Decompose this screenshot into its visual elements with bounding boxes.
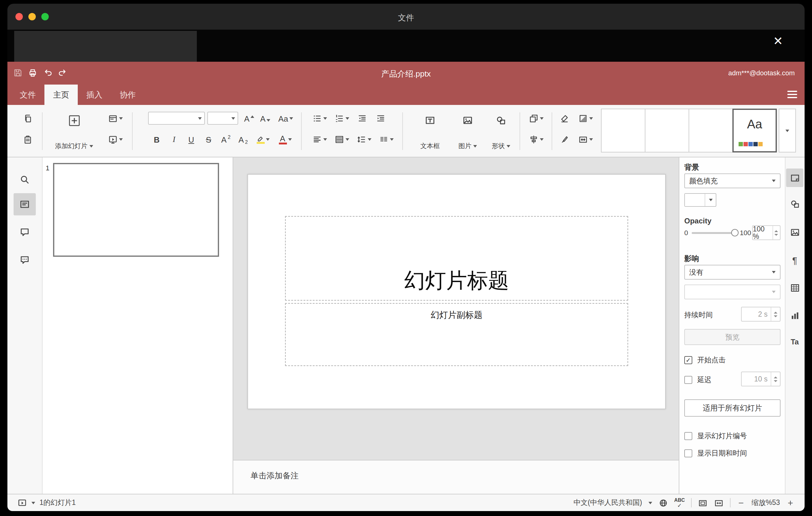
bold-button[interactable]: B [149,132,164,147]
vertical-align-button[interactable] [332,132,352,147]
paste-button[interactable] [20,132,36,147]
font-color-button[interactable]: A [275,132,295,147]
zoom-out-button[interactable]: − [737,497,745,508]
image-settings-tab[interactable] [786,223,803,241]
theme-option-selected[interactable]: Aa [732,109,777,152]
highlight-color-button[interactable] [253,132,273,147]
background-fill-select[interactable]: 颜色填充 [684,173,781,188]
show-slide-number-row[interactable]: 显示幻灯片编号 [684,431,747,441]
slide-settings-tab[interactable] [786,169,803,187]
arrange-shape-button[interactable] [526,111,547,126]
start-on-click-checkbox[interactable]: ✓ [684,356,692,364]
show-slide-number-checkbox[interactable] [684,432,692,440]
menu-hamburger-icon[interactable] [787,91,797,98]
spinner-icon[interactable] [771,372,780,386]
editor-canvas[interactable]: 幻灯片标题 幻灯片副标题 [233,157,679,460]
subtitle-placeholder[interactable]: 幻灯片副标题 [285,303,628,366]
horizontal-align-button[interactable] [310,132,329,147]
language-button[interactable]: 中文(中华人民共和国) [574,498,642,507]
preview-button[interactable]: 预览 [684,329,781,345]
globe-icon[interactable] [658,498,668,508]
numbered-list-button[interactable] [332,111,352,126]
show-slide-number-label: 显示幻灯片编号 [697,431,747,441]
add-slide-label: 添加幻灯片 [55,142,88,151]
chart-settings-tab[interactable] [786,306,803,325]
color-swatch [685,194,705,206]
increase-indent-button[interactable] [373,111,389,126]
table-settings-tab[interactable] [786,278,803,297]
delay-input[interactable]: 10 s [741,372,781,386]
numbered-list-icon [335,114,344,123]
paragraph-settings-tab[interactable]: ¶ [786,251,803,269]
slide-size-button[interactable] [575,132,596,147]
add-slide-button[interactable]: 添加幻灯片 [47,109,101,153]
insert-image-button[interactable]: 图片 [452,109,484,153]
start-slideshow-status-icon[interactable] [17,498,27,508]
effect-select[interactable]: 没有 [684,265,781,280]
notes-area[interactable]: 单击添加备注 [233,460,679,494]
decrease-font-button[interactable]: A [258,111,273,126]
line-spacing-button[interactable] [354,132,374,147]
theme-option-2[interactable] [645,109,689,152]
zoom-in-button[interactable]: + [786,497,795,508]
chevron-down-icon[interactable] [31,501,35,504]
bullet-list-button[interactable] [310,111,329,126]
copy-style-button[interactable] [556,132,573,147]
superscript-exp: 2 [228,134,230,140]
font-size-combo[interactable] [207,112,238,125]
duration-input[interactable]: 2 s [741,307,781,322]
slide-thumbnail[interactable] [53,163,219,257]
delay-checkbox[interactable] [684,376,692,384]
increase-font-button[interactable]: A [242,111,257,126]
decrease-indent-button[interactable] [354,111,370,126]
effect-type-select[interactable] [684,285,781,299]
show-datetime-row[interactable]: 显示日期和时间 [684,449,747,458]
search-panel-button[interactable] [13,169,36,191]
shape-settings-tab[interactable] [786,194,803,213]
apply-to-all-slides-button[interactable]: 适用于所有幻灯片 [684,399,781,417]
opacity-slider-track[interactable] [692,232,734,234]
insert-shape-button[interactable]: 形状 [485,109,517,153]
tab-home[interactable]: 主页 [45,85,78,105]
theme-option-1[interactable] [601,109,645,152]
align-shape-button[interactable] [526,132,547,147]
slide[interactable]: 幻灯片标题 幻灯片副标题 [248,174,666,409]
change-case-button[interactable]: Aa [275,111,296,126]
insert-textbox-button[interactable]: 文本框 [411,109,449,153]
spinner-icon[interactable] [771,307,780,321]
opacity-slider-knob[interactable] [731,229,738,236]
tab-insert[interactable]: 插入 [78,85,111,105]
subscript-button[interactable]: A 2 [236,132,251,147]
start-on-click-row[interactable]: ✓ 开始点击 [684,355,726,365]
superscript-button[interactable]: A 2 [219,132,233,147]
underline-button[interactable]: U [184,132,199,147]
fit-width-icon[interactable] [714,498,724,508]
italic-button[interactable]: I [167,132,181,147]
show-datetime-checkbox[interactable] [684,449,692,457]
chevron-down-icon[interactable] [648,501,652,504]
dialog-close-button[interactable]: ✕ [770,33,786,49]
fit-slide-icon[interactable] [698,498,708,508]
slides-panel-button[interactable] [13,193,36,216]
font-name-combo[interactable] [148,112,205,125]
opacity-value-input[interactable]: 100 % [752,225,781,240]
fill-color-button[interactable] [575,111,596,126]
textart-settings-tab[interactable]: Ta [786,333,803,351]
spellcheck-button[interactable]: ABC ✓ [674,498,685,508]
theme-gallery-expand-button[interactable] [779,109,796,152]
tab-file[interactable]: 文件 [11,85,45,105]
strikethrough-button[interactable]: S [201,132,216,147]
start-slideshow-button[interactable] [105,132,126,147]
delay-row[interactable]: 延迟 [684,375,712,384]
columns-button[interactable] [376,132,396,147]
clear-style-button[interactable] [556,111,573,126]
theme-option-3[interactable] [689,109,733,152]
copy-button[interactable] [20,111,36,126]
title-placeholder[interactable]: 幻灯片标题 [285,216,628,300]
comments-panel-button[interactable] [13,221,36,243]
tab-collaboration[interactable]: 协作 [111,85,144,105]
feedback-panel-button[interactable] [13,249,36,271]
spinner-icon[interactable] [772,226,780,239]
slide-layout-button[interactable] [105,111,126,126]
background-color-picker[interactable] [684,193,716,207]
